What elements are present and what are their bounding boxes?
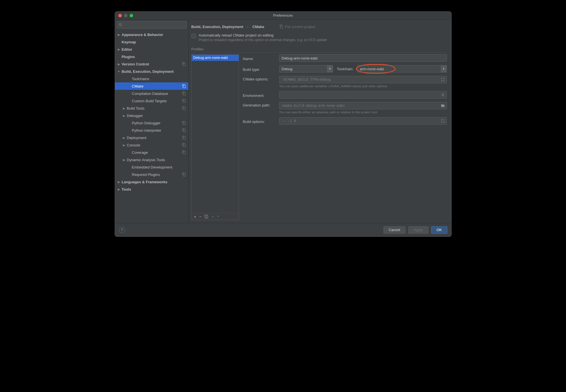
profiles-header: Profiles	[191, 47, 447, 53]
tree-item-label: Debugger	[127, 114, 143, 118]
sidebar: ▶Appearance & BehaviorKeymap▶EditorPlugi…	[115, 20, 189, 223]
disclosure-arrow-icon: ▶	[122, 144, 126, 147]
project-scope-icon	[182, 99, 186, 103]
tree-item-required-plugins[interactable]: Required Plugins	[115, 171, 188, 178]
tree-item-label: Build, Execution, Deployment	[122, 69, 174, 74]
auto-reload-row: Automatically reload CMake project on ed…	[191, 33, 447, 42]
tree-item-python-debugger[interactable]: Python Debugger	[115, 119, 188, 127]
tree-item-build-tools[interactable]: ▶Build Tools	[115, 105, 188, 112]
disclosure-arrow-icon: ▶	[117, 180, 121, 184]
tree-item-debugger[interactable]: ▶Debugger	[115, 112, 188, 119]
name-label: Name:	[243, 56, 276, 61]
tree-item-label: CMake	[132, 84, 144, 88]
profile-list: Debug-arm-none-eabi + − ⿻ ▲ ▼	[191, 54, 239, 220]
tree-item-toolchains[interactable]: Toolchains	[115, 75, 188, 82]
auto-reload-checkbox[interactable]	[191, 34, 196, 38]
chevron-down-icon: ▼	[441, 65, 447, 72]
cancel-button[interactable]: Cancel	[383, 226, 405, 234]
build-type-label: Build type:	[243, 66, 276, 72]
build-type-select[interactable]: Debug ▼	[279, 65, 333, 73]
list-icon[interactable]	[441, 93, 445, 97]
tree-item-dynamic-analysis-tools[interactable]: ▶Dynamic Analysis Tools	[115, 156, 188, 163]
tree-item-editor[interactable]: ▶Editor	[115, 46, 188, 53]
apply-button[interactable]: Apply	[408, 226, 428, 234]
profile-toolbar: + − ⿻ ▲ ▼	[192, 213, 239, 220]
toolchain-select[interactable]: arm-none-eabi ▼	[357, 65, 447, 73]
breadcrumb: Build, Execution, Deployment › CMake For…	[191, 23, 447, 30]
tree-item-custom-build-targets[interactable]: Custom Build Targets	[115, 97, 188, 105]
ok-button[interactable]: OK	[431, 226, 447, 234]
settings-tree[interactable]: ▶Appearance & BehaviorKeymap▶EditorPlugi…	[115, 30, 188, 223]
project-scope-icon	[182, 143, 186, 147]
expand-icon[interactable]	[441, 119, 445, 123]
project-scope-icon	[182, 106, 186, 110]
remove-profile-button[interactable]: −	[199, 214, 202, 219]
scope-label: For current project	[285, 25, 315, 29]
tree-item-label: Custom Build Targets	[132, 99, 167, 103]
chevron-down-icon: ▼	[327, 65, 333, 72]
tree-item-label: Embedded Development	[132, 165, 172, 169]
project-scope-icon	[182, 91, 186, 95]
search-input[interactable]	[117, 21, 187, 29]
main-panel: Build, Execution, Deployment › CMake For…	[189, 20, 451, 223]
auto-reload-desc: Project is reloaded regardless of this o…	[199, 38, 327, 42]
tree-item-plugins[interactable]: Plugins	[115, 53, 188, 60]
tree-item-cmake[interactable]: CMake	[115, 82, 188, 90]
minimize-window-icon[interactable]	[124, 14, 127, 17]
project-scope-icon	[182, 172, 186, 176]
tree-item-label: Toolchains	[132, 77, 149, 81]
generation-path-label: Generation path:	[243, 102, 276, 107]
build-options-input[interactable]: -- -j 8	[279, 117, 447, 125]
help-button[interactable]: ?	[119, 227, 125, 233]
disclosure-arrow-icon: ▶	[117, 188, 121, 191]
titlebar: Preferences	[115, 12, 451, 20]
body: ▶Appearance & BehaviorKeymap▶EditorPlugi…	[115, 20, 451, 223]
move-down-button[interactable]: ▼	[217, 215, 219, 218]
tree-item-appearance-behavior[interactable]: ▶Appearance & Behavior	[115, 31, 188, 38]
build-options-label: Build options:	[243, 118, 276, 124]
tree-item-deployment[interactable]: ▶Deployment	[115, 134, 188, 141]
window-title: Preferences	[273, 13, 293, 18]
project-scope-icon	[182, 128, 186, 132]
name-input[interactable]: Debug-arm-none-eabi	[279, 54, 447, 62]
tree-item-label: Python Interpreter	[132, 128, 161, 133]
tree-item-label: Required Plugins	[132, 172, 160, 177]
tree-item-compilation-database[interactable]: Compilation Database	[115, 90, 188, 97]
tree-item-label: Coverage	[132, 150, 148, 155]
tree-item-label: Languages & Frameworks	[122, 180, 168, 184]
expand-icon[interactable]	[441, 78, 445, 82]
tree-item-embedded-development[interactable]: Embedded Development	[115, 163, 188, 171]
project-scope-icon	[182, 62, 186, 66]
disclosure-arrow-icon: ▶	[122, 107, 126, 110]
close-window-icon[interactable]	[118, 14, 122, 17]
tree-item-languages-frameworks[interactable]: ▶Languages & Frameworks	[115, 178, 188, 186]
move-up-button[interactable]: ▲	[212, 215, 214, 218]
window-controls	[118, 14, 133, 17]
disclosure-arrow-icon: ▶	[122, 158, 126, 161]
scope-indicator: For current project	[279, 25, 315, 29]
tree-item-console[interactable]: ▶Console	[115, 141, 188, 149]
copy-profile-button[interactable]: ⿻	[204, 214, 209, 219]
environment-label: Environment:	[243, 92, 276, 98]
tree-item-keymap[interactable]: Keymap	[115, 38, 188, 46]
tree-item-label: Deployment	[127, 136, 146, 140]
tree-item-python-interpreter[interactable]: Python Interpreter	[115, 127, 188, 134]
zoom-window-icon[interactable]	[130, 14, 133, 17]
profile-item[interactable]: Debug-arm-none-eabi	[192, 55, 239, 61]
disclosure-arrow-icon: ▶	[122, 114, 126, 117]
cmake-options-input[interactable]: -DCMAKE_BUILD_TYPE=Debug	[279, 76, 447, 83]
project-scope-icon	[182, 121, 186, 125]
environment-input[interactable]	[279, 91, 447, 99]
profile-list-body[interactable]: Debug-arm-none-eabi	[192, 55, 239, 213]
profile-form: Name: Debug-arm-none-eabi Build type: De…	[243, 54, 447, 220]
tree-item-build-execution-deployment[interactable]: ▼Build, Execution, Deployment	[115, 68, 188, 75]
tree-item-version-control[interactable]: ▶Version Control	[115, 60, 188, 68]
tree-item-coverage[interactable]: Coverage	[115, 149, 188, 156]
profiles-row: Debug-arm-none-eabi + − ⿻ ▲ ▼ Name: D	[191, 54, 447, 220]
tree-item-tools[interactable]: ▶Tools	[115, 186, 188, 193]
generation-path-input[interactable]: cmake-build-debug-arm-none-eabi	[279, 102, 447, 109]
footer: ? Cancel Apply OK	[115, 223, 451, 237]
folder-icon[interactable]	[441, 104, 445, 108]
project-scope-icon	[182, 84, 186, 88]
add-profile-button[interactable]: +	[194, 214, 197, 219]
